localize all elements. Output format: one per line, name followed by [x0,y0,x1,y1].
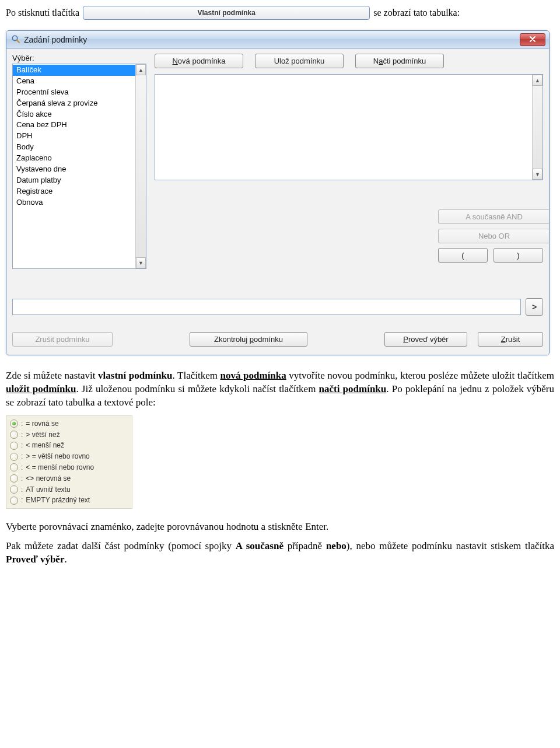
list-item[interactable]: Body [13,142,146,153]
operator-row[interactable]: :AT uvnitř textu [6,484,132,495]
load-pre: N [373,57,379,65]
scroll-down-icon[interactable]: ▼ [533,169,542,180]
cancel-button[interactable]: Zrušit [478,332,543,347]
operator-label: < menší než [26,441,64,450]
dialog-title: Zadání podmínky [24,35,87,44]
p1-t1: Zde si můžete nastavit [6,370,98,381]
operator-row[interactable]: := rovná se [6,418,132,429]
run-selection-button[interactable]: Proveď výběr [384,332,467,347]
radio-icon[interactable] [10,420,18,428]
operator-label: AT uvnitř textu [26,485,70,495]
operator-row[interactable]: :< = menší nebo rovno [6,462,132,473]
condition-textarea[interactable]: ▲ ▼ [155,74,543,180]
vlastni-podminka-button[interactable]: Vlastní podmínka [83,6,370,20]
magnifier-icon [11,34,20,46]
operator-label: > = větší nebo rovno [26,452,89,462]
textarea-scrollbar[interactable]: ▲ ▼ [532,75,542,180]
dialog-titlebar: Zadání podmínky [6,31,549,49]
operator-row[interactable]: :EMPTY prázdný text [6,495,132,506]
rparen-button[interactable]: ) [494,248,543,263]
p3-t1: Pak můžete zadat další část podmínky (po… [6,540,236,551]
colon: : [21,495,23,505]
p1-t2: . Tlačítkem [173,370,220,381]
new-condition-rest: ová podmínka [178,57,226,65]
cancel-condition-button[interactable]: Zrušit podmínku [12,332,113,347]
close-icon [529,36,536,44]
load-rest: čti podmínku [383,57,426,65]
list-item[interactable]: DPH [13,131,146,142]
lparen-button[interactable]: ( [438,248,488,263]
list-item[interactable]: Datum platby [13,175,146,186]
list-item[interactable]: Vystaveno dne [13,164,146,175]
operator-row[interactable]: :<> nerovná se [6,473,132,484]
list-item[interactable]: Obnova [13,197,146,208]
operator-label: > větší než [26,430,60,440]
p3-b3: Proveď výběr [6,554,64,565]
scroll-up-icon[interactable]: ▲ [136,64,146,75]
or-button[interactable]: Nebo OR [438,229,550,243]
p1-b1: vlastní podmínku [98,370,172,381]
colon: : [21,441,23,450]
check-rest: odmínku [254,335,283,344]
list-item[interactable]: Procentní sleva [13,87,146,98]
save-condition-button[interactable]: Ulož podmínku [255,54,344,68]
run-underline: P [403,335,408,344]
listbox-scrollbar[interactable]: ▲ ▼ [135,64,146,268]
operator-row[interactable]: :> = větší nebo rovno [6,451,132,462]
check-pre: Zkontroluj [214,335,250,344]
operator-row[interactable]: :< menší než [6,440,132,451]
operator-row[interactable]: :> větší než [6,429,132,441]
scroll-up-icon[interactable]: ▲ [533,75,542,86]
cancel-underline: Z [501,335,506,344]
list-item[interactable]: Registrace [13,186,146,197]
p1-bu1: nová podmínka [220,370,286,381]
paragraph-1: Zde si můžete nastavit vlastní podmínku.… [6,369,554,410]
p1-bu2: uložit podmínku [6,383,76,394]
p3-t4: . [64,554,66,565]
selection-listbox[interactable]: BalíčekCenaProcentní slevaČerpaná sleva … [12,64,146,269]
operator-label: EMPTY prázdný text [26,495,90,505]
check-condition-button[interactable]: Zkontroluj podmínku [190,332,307,347]
condition-dialog: Zadání podmínky Výběr: BalíčekCenaProcen… [6,30,550,355]
load-condition-button[interactable]: Načti podmínku [355,54,444,68]
radio-icon[interactable] [10,463,18,471]
colon: : [21,474,23,484]
colon: : [21,485,23,495]
operator-label: = rovná se [26,419,58,429]
value-input[interactable] [12,299,521,315]
radio-icon[interactable] [10,442,18,450]
radio-icon[interactable] [10,485,18,494]
list-item[interactable]: Zaplaceno [13,153,146,164]
p3-t3: ), nebo můžete podmínku nastavit stiskem… [346,540,554,551]
operator-label: < = menší nebo rovno [26,463,94,473]
list-item[interactable]: Cena [13,76,146,87]
operators-panel: := rovná se:> větší než:< menší než:> = … [6,415,132,509]
p1-t3: vytvoříte novou podmínku, kterou posléze… [286,370,554,381]
go-button[interactable]: > [526,298,543,316]
colon: : [21,463,23,473]
p1-bu3: načti podmínku [319,383,387,394]
check-underline: p [250,335,254,344]
radio-icon[interactable] [10,431,18,439]
new-condition-button[interactable]: Nová podmínka [155,54,243,68]
close-button[interactable] [520,33,545,46]
p1-t4: . Již uloženou podmínku si můžete kdykol… [76,383,318,394]
list-item[interactable]: Balíček [13,65,146,76]
radio-icon[interactable] [10,474,18,483]
list-item[interactable]: Cena bez DPH [13,120,146,131]
radio-icon[interactable] [10,497,18,505]
run-rest: roveď výběr [408,335,449,344]
select-label: Výběr: [12,54,146,62]
p3-t2: případně [284,540,326,551]
colon: : [21,419,23,429]
scroll-down-icon[interactable]: ▼ [136,257,146,268]
radio-icon[interactable] [10,453,18,461]
and-button[interactable]: A současně AND [438,209,550,224]
svg-line-1 [17,40,19,42]
paragraph-3: Pak můžete zadat další část podmínky (po… [6,540,554,567]
list-item[interactable]: Čerpaná sleva z provize [13,98,146,109]
intro-text-after: se zobrazí tato tabulka: [373,8,460,18]
new-condition-underline: N [172,57,177,65]
list-item[interactable]: Číslo akce [13,109,146,120]
colon: : [21,452,23,462]
